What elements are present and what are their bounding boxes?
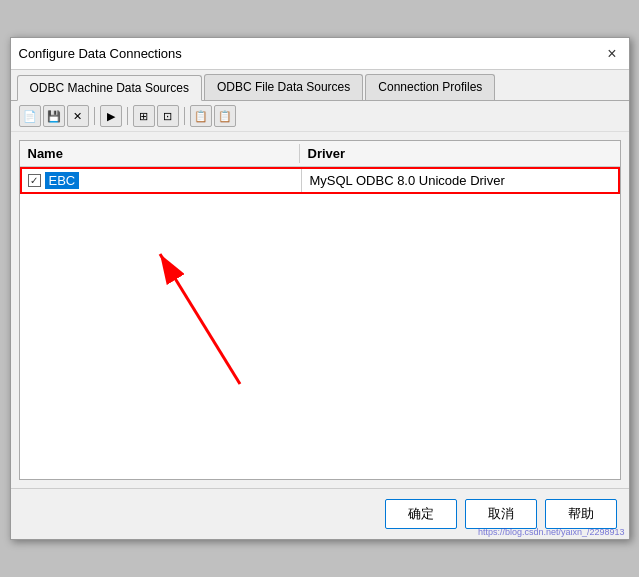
toolbar-add-button[interactable]: 📄 bbox=[19, 105, 41, 127]
toolbar-separator-1 bbox=[94, 107, 95, 125]
svg-line-1 bbox=[160, 254, 240, 384]
watermark: https://blog.csdn.net/yaixn_/2298913 bbox=[478, 527, 625, 537]
tab-odbc-machine[interactable]: ODBC Machine Data Sources bbox=[17, 75, 202, 101]
toolbar-copy2-button[interactable]: 📋 bbox=[214, 105, 236, 127]
toolbar-grid1-button[interactable]: ⊞ bbox=[133, 105, 155, 127]
toolbar-delete-button[interactable]: ✕ bbox=[67, 105, 89, 127]
row-name-label: EBC bbox=[45, 172, 80, 189]
row-checkbox[interactable] bbox=[28, 174, 41, 187]
toolbar: 📄 💾 ✕ ▶ ⊞ ⊡ 📋 📋 bbox=[11, 101, 629, 132]
tab-bar: ODBC Machine Data Sources ODBC File Data… bbox=[11, 70, 629, 101]
table-row[interactable]: EBC MySQL ODBC 8.0 Unicode Driver bbox=[20, 167, 620, 194]
main-window: Configure Data Connections × ODBC Machin… bbox=[10, 37, 630, 540]
close-button[interactable]: × bbox=[603, 45, 620, 63]
help-button[interactable]: 帮助 bbox=[545, 499, 617, 529]
row-driver-cell: MySQL ODBC 8.0 Unicode Driver bbox=[302, 170, 618, 191]
tab-odbc-file[interactable]: ODBC File Data Sources bbox=[204, 74, 363, 100]
toolbar-copy1-button[interactable]: 📋 bbox=[190, 105, 212, 127]
data-table: Name Driver EBC MySQL ODBC 8.0 Unicode D… bbox=[19, 140, 621, 480]
confirm-button[interactable]: 确定 bbox=[385, 499, 457, 529]
red-arrow-icon bbox=[140, 234, 260, 394]
arrow-annotation bbox=[20, 194, 620, 394]
toolbar-separator-2 bbox=[127, 107, 128, 125]
cancel-button[interactable]: 取消 bbox=[465, 499, 537, 529]
toolbar-separator-3 bbox=[184, 107, 185, 125]
col-name-header: Name bbox=[20, 144, 300, 163]
col-driver-header: Driver bbox=[300, 144, 620, 163]
row-name-cell: EBC bbox=[22, 169, 302, 192]
toolbar-save-button[interactable]: 💾 bbox=[43, 105, 65, 127]
content-area: Name Driver EBC MySQL ODBC 8.0 Unicode D… bbox=[11, 132, 629, 488]
table-header: Name Driver bbox=[20, 141, 620, 167]
toolbar-play-button[interactable]: ▶ bbox=[100, 105, 122, 127]
tab-connection-profiles[interactable]: Connection Profiles bbox=[365, 74, 495, 100]
toolbar-grid2-button[interactable]: ⊡ bbox=[157, 105, 179, 127]
footer: 确定 取消 帮助 https://blog.csdn.net/yaixn_/22… bbox=[11, 488, 629, 539]
title-bar: Configure Data Connections × bbox=[11, 38, 629, 70]
window-title: Configure Data Connections bbox=[19, 46, 182, 61]
